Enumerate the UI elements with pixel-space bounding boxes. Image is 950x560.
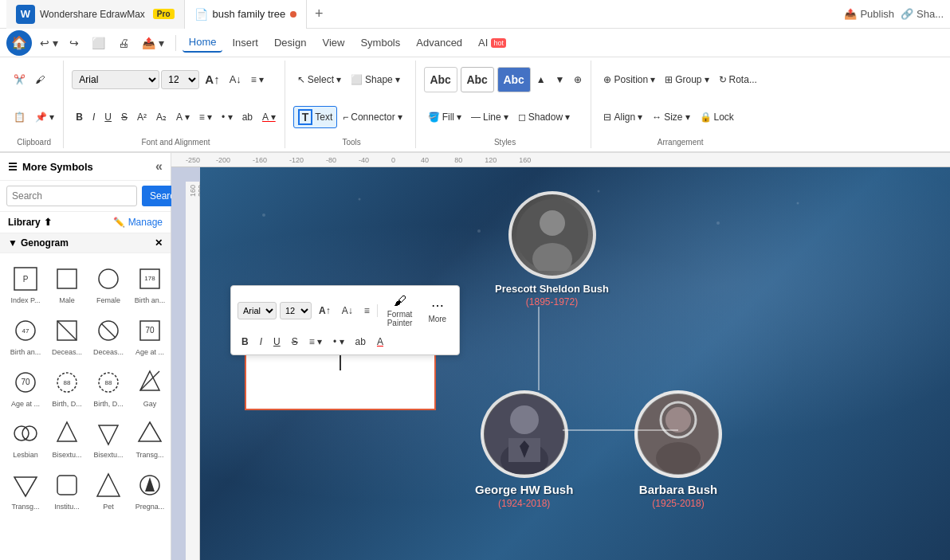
menu-view[interactable]: View: [316, 33, 351, 52]
rotate-button[interactable]: ↻ Rota...: [715, 72, 761, 88]
font-grow-button[interactable]: A↑: [201, 70, 223, 88]
new-tab-button[interactable]: +: [307, 0, 331, 29]
shape-bisextu[interactable]: Bisextu...: [48, 414, 86, 463]
ft-bullet[interactable]: • ▾: [329, 334, 348, 350]
strikethrough-button[interactable]: S: [117, 109, 132, 125]
print-button[interactable]: 🖨: [113, 33, 134, 53]
shape-index-p[interactable]: P Index P...: [6, 260, 45, 308]
cut-button[interactable]: ✂️: [10, 72, 29, 88]
text-button[interactable]: T Text: [293, 106, 338, 128]
shape-deceased-f[interactable]: Deceas...: [89, 311, 128, 360]
align-button[interactable]: ≡ ▾: [247, 72, 268, 88]
shape-gay[interactable]: Gay: [131, 363, 169, 412]
shape-birth-d[interactable]: 88 Birth, D...: [48, 363, 86, 412]
ruler-left: 160 200 240 280 320: [186, 182, 200, 560]
shadow-button[interactable]: ◻ Shadow ▾: [514, 109, 574, 125]
ft-small-caps[interactable]: ab: [351, 334, 370, 350]
shape-birth-d2[interactable]: 88 Birth, D...: [89, 363, 128, 412]
doc-tab[interactable]: 📄 bush family tree: [185, 0, 308, 29]
manage-button[interactable]: ✏️ Manage: [113, 217, 163, 228]
ft-bold[interactable]: B: [238, 334, 253, 350]
styles-scroll-down[interactable]: ▼: [552, 72, 569, 88]
shape-male[interactable]: Male: [48, 260, 86, 308]
search-input[interactable]: [6, 186, 137, 206]
align-btn[interactable]: ⊟ Align ▾: [599, 109, 646, 125]
superscript-button[interactable]: A²: [133, 109, 151, 125]
shape-age-at2[interactable]: 70 Age at ...: [6, 363, 45, 412]
paste-btn[interactable]: 📌 ▾: [31, 109, 58, 125]
ft-font-color[interactable]: A: [373, 334, 387, 350]
shape-button[interactable]: ⬜ Shape ▾: [347, 72, 404, 88]
shape-pet[interactable]: Pet: [89, 466, 128, 515]
styles-scroll-up[interactable]: ▲: [532, 72, 550, 88]
export-button[interactable]: 📤 ▾: [137, 33, 169, 53]
select-button[interactable]: ↖ Select ▾: [293, 72, 345, 88]
menu-home[interactable]: Home: [183, 33, 223, 53]
text-style-button[interactable]: A ▾: [172, 109, 194, 125]
subscript-button[interactable]: A₂: [152, 109, 171, 125]
menu-insert[interactable]: Insert: [226, 33, 265, 52]
ft-more[interactable]: ⋯ More: [422, 295, 453, 327]
shape-pregna[interactable]: Pregna...: [131, 466, 169, 515]
ft-font-grow[interactable]: A↑: [315, 303, 335, 319]
smallcaps-button[interactable]: ab: [238, 109, 257, 125]
group-button[interactable]: ⊞ Group ▾: [661, 72, 712, 88]
style-abc-2[interactable]: Abc: [461, 67, 494, 92]
style-abc-1[interactable]: Abc: [424, 67, 457, 92]
ft-font-shrink[interactable]: A↓: [338, 303, 357, 319]
menu-symbols[interactable]: Symbols: [354, 33, 406, 52]
ft-underline[interactable]: U: [269, 334, 285, 350]
redo-button[interactable]: ↪: [65, 33, 84, 53]
publish-button[interactable]: 📤 Publish: [844, 8, 894, 20]
ft-italic[interactable]: I: [256, 334, 266, 350]
format-copy-button[interactable]: 🖌: [31, 72, 49, 88]
app-tab[interactable]: W Wondershare EdrawMax Pro: [6, 0, 185, 29]
tools-row2: T Text ⌐ Connector ▾: [293, 99, 410, 137]
ft-format-painter[interactable]: 🖌 FormatPainter: [381, 291, 419, 331]
home-button[interactable]: 🏠: [6, 30, 32, 56]
canvas-area[interactable]: -250 -200 -160 -120 -80 -40 0 40 80 120 …: [171, 153, 950, 560]
menu-advanced[interactable]: Advanced: [410, 33, 469, 52]
section-close-icon[interactable]: ✕: [155, 237, 163, 249]
italic-button[interactable]: I: [88, 109, 99, 125]
fill-button[interactable]: 🪣 Fill ▾: [424, 109, 465, 125]
underline-button[interactable]: U: [100, 109, 116, 125]
page-setup-button[interactable]: ⬜: [87, 33, 110, 53]
bullet-button[interactable]: • ▾: [218, 109, 237, 125]
size-button[interactable]: ↔ Size ▾: [648, 109, 693, 125]
menu-ai[interactable]: AI hot: [472, 33, 512, 52]
shape-deceased-m[interactable]: Deceas...: [48, 311, 86, 360]
font-shrink-button[interactable]: A↓: [226, 71, 245, 88]
ft-font-select[interactable]: Arial: [238, 302, 277, 319]
shape-institu[interactable]: Institu...: [48, 466, 86, 515]
copy-button[interactable]: 📋: [10, 109, 29, 125]
font-color-button[interactable]: A ▾: [258, 109, 280, 125]
shape-bisextu2[interactable]: Bisextu...: [89, 414, 128, 463]
position-button[interactable]: ⊕ Position ▾: [599, 72, 659, 88]
shape-age-at[interactable]: 70 Age at ...: [131, 311, 169, 360]
shape-transg[interactable]: Transg...: [131, 414, 169, 463]
ft-size-select[interactable]: 12: [280, 302, 312, 319]
font-family-select[interactable]: Arial: [72, 70, 159, 89]
line-button[interactable]: — Line ▾: [467, 109, 512, 125]
connector-button[interactable]: ⌐ Connector ▾: [339, 109, 406, 125]
share-button[interactable]: 🔗 Sha...: [901, 8, 944, 20]
canvas-viewport[interactable]: Prescott Sheldon Bush (1895-1972): [200, 167, 950, 560]
shape-birth-and[interactable]: 178 Birth an...: [131, 260, 169, 308]
ft-strikethrough[interactable]: S: [288, 334, 302, 350]
shape-birth-an2[interactable]: 47 Birth an...: [6, 311, 45, 360]
shape-transg2[interactable]: Transg...: [6, 466, 45, 515]
panel-collapse-button[interactable]: «: [155, 159, 163, 174]
font-size-select[interactable]: 12: [161, 70, 199, 89]
ft-align[interactable]: ≡: [360, 303, 374, 319]
menu-design[interactable]: Design: [268, 33, 312, 52]
shape-lesbian[interactable]: Lesbian: [6, 414, 45, 463]
bold-button[interactable]: B: [72, 109, 87, 125]
shape-female[interactable]: Female: [89, 260, 128, 308]
lock-button[interactable]: 🔒 Lock: [696, 109, 738, 125]
styles-more[interactable]: ⊕: [570, 72, 586, 88]
list-button[interactable]: ≡ ▾: [195, 109, 216, 125]
ft-list[interactable]: ≡ ▾: [305, 334, 326, 350]
undo-button[interactable]: ↩ ▾: [35, 33, 63, 53]
style-abc-3[interactable]: Abc: [497, 67, 531, 92]
